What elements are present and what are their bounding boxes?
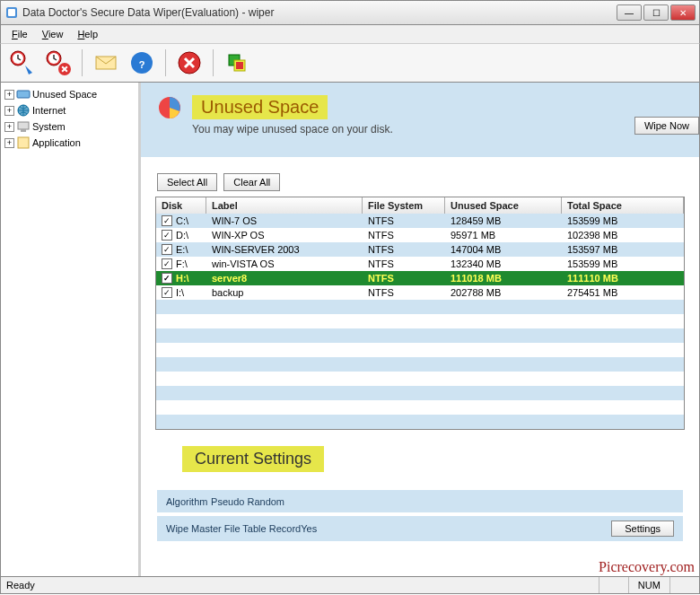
content: Unused Space You may wipe unused space o… <box>141 83 699 576</box>
table-row[interactable]: ✓C:\WIN-7 OSNTFS128459 MB153599 MB <box>156 214 684 228</box>
toolbar-schedule-enable-button[interactable] <box>6 47 39 79</box>
cell-fs: NTFS <box>363 214 445 228</box>
menu-file[interactable]: File <box>4 27 35 41</box>
toolbar-stop-button[interactable] <box>173 47 206 79</box>
menubar: File View Help <box>0 25 700 43</box>
minimize-button[interactable]: — <box>617 4 642 21</box>
cell-label: WIN-XP OS <box>206 228 363 242</box>
sidebar-item-application[interactable]: + Application <box>3 135 136 151</box>
table-row[interactable]: ✓D:\WIN-XP OSNTFS95971 MB102398 MB <box>156 228 684 242</box>
empty-row <box>156 300 684 314</box>
cell-total: 153597 MB <box>562 242 684 257</box>
menu-view[interactable]: View <box>35 27 71 41</box>
status-empty <box>599 577 628 593</box>
cell-disk: I:\ <box>176 287 184 298</box>
col-disk-header[interactable]: Disk <box>156 197 206 214</box>
setting-algorithm: Algorithm Pseudo Random <box>157 490 683 512</box>
col-total-header[interactable]: Total Space <box>562 197 684 214</box>
table-row[interactable]: ✓F:\win-VISTA OSNTFS132340 MB153599 MB <box>156 257 684 271</box>
cell-fs: NTFS <box>363 228 445 242</box>
cell-disk: F:\ <box>176 258 188 269</box>
menu-help[interactable]: Help <box>70 27 105 41</box>
settings-title: Current Settings <box>182 446 324 472</box>
disk-icon <box>16 87 31 101</box>
table-row[interactable]: ✓H:\server8NTFS111018 MB111110 MB <box>156 271 684 285</box>
maximize-button[interactable]: ☐ <box>643 4 669 21</box>
settings-button[interactable]: Settings <box>611 521 674 537</box>
setting-algorithm-label: Algorithm <box>166 496 207 507</box>
cell-total: 153599 MB <box>562 257 684 271</box>
cell-label: win-VISTA OS <box>206 257 363 271</box>
toolbar-help-button[interactable]: ? <box>126 47 158 79</box>
svg-rect-1 <box>8 9 15 16</box>
row-checkbox[interactable]: ✓ <box>162 244 172 255</box>
empty-row <box>156 328 684 343</box>
expand-icon[interactable]: + <box>4 106 14 116</box>
toolbar-mail-button[interactable] <box>90 47 122 79</box>
sidebar-item-unused-space[interactable]: + Unused Space <box>3 86 136 102</box>
select-all-button[interactable]: Select All <box>157 173 217 191</box>
col-unused-header[interactable]: Unused Space <box>445 197 562 214</box>
setting-algorithm-value: Pseudo Random <box>211 496 284 507</box>
cell-fs: NTFS <box>363 285 445 300</box>
col-label-header[interactable]: Label <box>206 197 363 214</box>
empty-row <box>156 386 684 400</box>
cell-unused: 202788 MB <box>445 285 562 300</box>
table-header: Disk Label File System Unused Space Tota… <box>156 197 684 214</box>
cell-unused: 132340 MB <box>445 257 562 271</box>
sidebar-item-system[interactable]: + System <box>3 118 136 135</box>
page-title: Unused Space <box>192 95 328 119</box>
cell-unused: 128459 MB <box>445 214 562 228</box>
cell-disk: E:\ <box>176 244 188 255</box>
clear-all-button[interactable]: Clear All <box>223 173 280 191</box>
table-row[interactable]: ✓I:\backupNTFS202788 MB275451 MB <box>156 285 684 300</box>
tree-label: System <box>32 121 66 132</box>
main-area: + Unused Space + Internet + System + App… <box>0 83 700 576</box>
status-ready: Ready <box>6 580 599 591</box>
cell-disk: H:\ <box>176 273 189 284</box>
window-title: Data Doctor's Secure Data Wiper(Evaluati… <box>22 6 617 19</box>
status-empty2 <box>669 577 694 593</box>
toolbar: ? <box>0 43 700 83</box>
toolbar-schedule-disable-button[interactable] <box>42 47 74 79</box>
setting-wipe-mft: Wipe Master File Table Record Yes Settin… <box>157 516 683 541</box>
sidebar-item-internet[interactable]: + Internet <box>3 102 136 118</box>
actions: Select All Clear All <box>141 157 699 197</box>
cell-fs: NTFS <box>363 242 445 257</box>
row-checkbox[interactable]: ✓ <box>162 230 172 241</box>
cell-disk: C:\ <box>176 215 188 226</box>
app-icon <box>4 5 19 20</box>
close-button[interactable]: ✕ <box>670 4 696 21</box>
toolbar-separator <box>82 49 83 76</box>
disk-table: Disk Label File System Unused Space Tota… <box>155 197 685 430</box>
cell-label: backup <box>206 285 363 300</box>
col-fs-header[interactable]: File System <box>363 197 445 214</box>
row-checkbox[interactable]: ✓ <box>162 287 172 298</box>
row-checkbox[interactable]: ✓ <box>162 258 172 269</box>
cell-total: 275451 MB <box>562 285 684 300</box>
cell-fs: NTFS <box>363 271 445 285</box>
setting-wipe-mft-value: Yes <box>301 523 317 534</box>
expand-icon[interactable]: + <box>4 90 14 100</box>
sidebar-tree: + Unused Space + Internet + System + App… <box>1 83 141 576</box>
row-checkbox[interactable]: ✓ <box>162 215 172 226</box>
cell-total: 102398 MB <box>562 228 684 242</box>
cell-unused: 95971 MB <box>445 228 562 242</box>
table-row[interactable]: ✓E:\WIN-SERVER 2003NTFS147004 MB153597 M… <box>156 242 684 257</box>
expand-icon[interactable]: + <box>4 122 14 132</box>
table-body: ✓C:\WIN-7 OSNTFS128459 MB153599 MB✓D:\WI… <box>156 214 684 429</box>
window-controls: — ☐ ✕ <box>617 4 696 21</box>
svg-rect-17 <box>21 129 26 132</box>
wipe-now-button[interactable]: Wipe Now <box>634 117 699 135</box>
cell-total: 111110 MB <box>562 271 684 285</box>
row-checkbox[interactable]: ✓ <box>162 273 172 284</box>
statusbar: Ready NUM <box>0 576 700 594</box>
cell-fs: NTFS <box>363 257 445 271</box>
empty-row <box>156 372 684 386</box>
cell-disk: D:\ <box>176 230 188 241</box>
cell-unused: 111018 MB <box>445 271 562 285</box>
toolbar-arrange-button[interactable] <box>221 47 253 79</box>
page-subtitle: You may wipe unused space on your disk. <box>192 123 393 136</box>
expand-icon[interactable]: + <box>4 138 14 148</box>
empty-row <box>156 400 684 415</box>
